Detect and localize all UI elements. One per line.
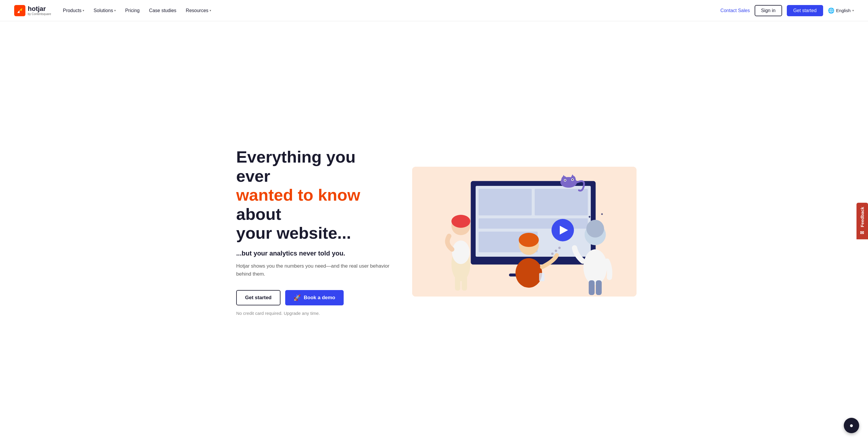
sign-in-button[interactable]: Sign in xyxy=(755,5,782,16)
get-started-hero-button[interactable]: Get started xyxy=(236,290,280,305)
hero-subheading: ...but your analytics never told you. xyxy=(236,250,390,257)
svg-point-39 xyxy=(586,220,604,238)
nav-pricing[interactable]: Pricing xyxy=(125,8,140,13)
hero-illustration-container: ✦ ✦ xyxy=(407,167,641,297)
chat-widget[interactable]: ● xyxy=(844,418,859,433)
svg-rect-42 xyxy=(596,280,602,295)
language-selector[interactable]: 🌐 English ▾ xyxy=(828,7,854,14)
nav-products[interactable]: Products ▾ xyxy=(63,8,84,13)
hero-description: Hotjar shows you the numbers you need—an… xyxy=(236,262,390,278)
svg-text:✦: ✦ xyxy=(588,214,591,219)
chevron-down-icon: ▾ xyxy=(210,9,211,12)
nav-case-studies[interactable]: Case studies xyxy=(149,8,177,13)
svg-rect-4 xyxy=(478,189,532,215)
hotjar-logo-icon xyxy=(14,5,25,16)
svg-point-26 xyxy=(452,240,470,264)
svg-rect-34 xyxy=(539,273,545,281)
hero-illustration-svg: ✦ ✦ xyxy=(412,167,637,297)
hero-illustration: ✦ ✦ xyxy=(412,167,637,297)
svg-point-36 xyxy=(555,250,557,252)
logo-text: hotjar by Contentsquare xyxy=(28,6,51,15)
svg-point-32 xyxy=(529,235,535,241)
svg-rect-24 xyxy=(455,276,460,291)
nav-resources[interactable]: Resources ▾ xyxy=(186,8,211,13)
rocket-icon: 🚀 xyxy=(293,294,301,301)
get-started-nav-button[interactable]: Get started xyxy=(787,5,823,16)
svg-point-37 xyxy=(558,247,561,249)
svg-point-20 xyxy=(572,179,573,180)
hero-note: No credit card required. Upgrade any tim… xyxy=(236,311,390,316)
svg-point-35 xyxy=(551,252,554,255)
logo-link[interactable]: hotjar by Contentsquare xyxy=(14,5,51,16)
navbar: hotjar by Contentsquare Products ▾ Solut… xyxy=(0,0,868,21)
svg-point-31 xyxy=(523,235,529,241)
hero-section: Everything you everwanted to know abouty… xyxy=(213,21,655,442)
chevron-down-icon: ▾ xyxy=(83,9,84,12)
globe-icon: 🌐 xyxy=(828,7,834,14)
hero-cta-group: Get started 🚀 Book a demo xyxy=(236,290,390,305)
svg-point-33 xyxy=(516,258,542,288)
contact-sales-button[interactable]: Contact Sales xyxy=(720,8,750,13)
hero-content: Everything you everwanted to know abouty… xyxy=(236,147,390,315)
svg-point-40 xyxy=(583,249,607,285)
svg-point-19 xyxy=(564,180,566,181)
feedback-tab[interactable]: ✉ Feedback xyxy=(857,203,868,239)
nav-solutions[interactable]: Solutions ▾ xyxy=(94,8,116,13)
chevron-down-icon: ▾ xyxy=(114,9,116,12)
hero-heading: Everything you everwanted to know abouty… xyxy=(236,147,390,242)
book-demo-button[interactable]: 🚀 Book a demo xyxy=(285,290,344,305)
svg-rect-41 xyxy=(589,280,595,295)
svg-text:✦: ✦ xyxy=(600,212,603,216)
svg-rect-25 xyxy=(462,276,467,291)
feedback-icon: ✉ xyxy=(860,230,865,235)
nav-actions: Contact Sales Sign in Get started 🌐 Engl… xyxy=(720,5,854,16)
chevron-down-icon: ▾ xyxy=(852,9,854,12)
svg-point-23 xyxy=(452,215,470,228)
chat-icon: ● xyxy=(849,422,853,429)
nav-links: Products ▾ Solutions ▾ Pricing Case stud… xyxy=(63,8,720,13)
svg-rect-5 xyxy=(535,189,588,215)
svg-rect-0 xyxy=(14,5,25,16)
